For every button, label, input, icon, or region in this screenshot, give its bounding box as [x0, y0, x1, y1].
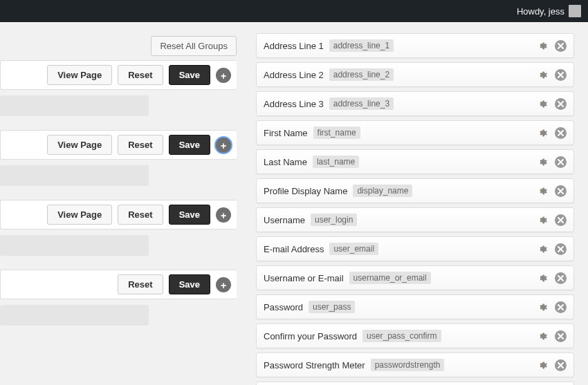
gear-icon[interactable]: [537, 127, 548, 138]
gear-icon[interactable]: [537, 243, 548, 254]
avatar[interactable]: [569, 5, 581, 17]
field-slug: user_login: [311, 214, 357, 226]
reset-button[interactable]: Reset: [118, 65, 163, 85]
content-placeholder: [0, 165, 149, 186]
field-slug: user_email: [329, 243, 378, 255]
field-label: E-mail Address: [264, 244, 324, 254]
field-label: Username: [264, 215, 305, 225]
add-button[interactable]: +: [216, 138, 231, 153]
gear-icon[interactable]: [537, 156, 548, 167]
save-button[interactable]: Save: [169, 135, 210, 155]
field-row[interactable]: Address Line 1address_line_1: [256, 33, 574, 58]
field-row[interactable]: Passworduser_pass: [256, 294, 574, 319]
field-slug: username_or_email: [349, 272, 431, 284]
field-label: First Name: [264, 128, 308, 138]
close-icon[interactable]: [555, 156, 567, 168]
field-label: Last Name: [264, 157, 307, 167]
gear-icon[interactable]: [537, 40, 548, 51]
group-toolbar: ResetSave+: [0, 270, 237, 299]
field-label: Profile Display Name: [264, 186, 347, 196]
gear-icon[interactable]: [537, 301, 548, 312]
close-icon[interactable]: [555, 330, 567, 342]
close-icon[interactable]: [555, 98, 567, 110]
field-row[interactable]: Country/Regioncountry: [256, 382, 574, 385]
page: Reset All Groups View PageResetSave+View…: [0, 22, 588, 385]
save-button[interactable]: Save: [169, 274, 210, 294]
field-slug: user_pass: [309, 301, 355, 313]
content-placeholder: [0, 305, 149, 326]
view-page-button[interactable]: View Page: [47, 205, 112, 225]
group-toolbar: View PageResetSave+: [0, 60, 237, 90]
close-icon[interactable]: [555, 243, 567, 255]
close-icon[interactable]: [555, 214, 567, 226]
reset-button[interactable]: Reset: [118, 205, 163, 225]
close-icon[interactable]: [555, 301, 567, 313]
field-row[interactable]: Address Line 2address_line_2: [256, 62, 574, 87]
save-button[interactable]: Save: [169, 65, 210, 85]
add-button[interactable]: +: [216, 207, 231, 223]
admin-topbar: Howdy, jess: [0, 0, 588, 22]
field-label: Username or E-mail: [264, 273, 344, 283]
view-page-button[interactable]: View Page: [47, 135, 112, 155]
howdy-link[interactable]: Howdy, jess: [517, 6, 564, 17]
group-toolbar: View PageResetSave+: [0, 130, 237, 160]
field-row[interactable]: Address Line 3address_line_3: [256, 91, 574, 116]
field-row[interactable]: Confirm your Passworduser_pass_confirm: [256, 323, 574, 348]
field-slug: passwordstrength: [371, 359, 445, 371]
save-button[interactable]: Save: [169, 205, 210, 225]
field-row[interactable]: Last Namelast_name: [256, 149, 574, 174]
gear-icon[interactable]: [537, 272, 548, 283]
gear-icon[interactable]: [537, 98, 548, 109]
field-label: Password Strength Meter: [264, 360, 365, 370]
gear-icon[interactable]: [537, 185, 548, 196]
close-icon[interactable]: [555, 127, 567, 139]
field-label: Address Line 1: [264, 41, 324, 51]
field-slug: address_line_3: [329, 97, 394, 110]
field-slug: last_name: [313, 156, 359, 168]
add-button[interactable]: +: [216, 277, 231, 292]
gear-icon[interactable]: [537, 69, 548, 80]
group-2: View PageResetSave+: [0, 200, 237, 256]
close-icon[interactable]: [555, 272, 567, 284]
field-label: Address Line 2: [264, 70, 324, 80]
gear-icon[interactable]: [537, 359, 548, 370]
content-placeholder: [0, 95, 149, 116]
gear-icon[interactable]: [537, 214, 548, 225]
field-row[interactable]: E-mail Addressuser_email: [256, 236, 574, 261]
fields-panel: Address Line 1address_line_1Address Line…: [242, 22, 588, 385]
group-3: ResetSave+: [0, 270, 237, 326]
reset-all-groups-button[interactable]: Reset All Groups: [151, 36, 237, 56]
field-label: Confirm your Password: [264, 331, 357, 341]
field-slug: user_pass_confirm: [362, 330, 441, 342]
close-icon[interactable]: [555, 185, 567, 197]
field-row[interactable]: Username or E-mailusername_or_email: [256, 265, 574, 290]
close-icon[interactable]: [555, 359, 567, 371]
group-toolbar: View PageResetSave+: [0, 200, 237, 229]
field-label: Password: [264, 302, 303, 312]
reset-button[interactable]: Reset: [118, 135, 163, 155]
field-label: Address Line 3: [264, 99, 324, 109]
close-icon[interactable]: [555, 69, 567, 81]
add-button[interactable]: +: [216, 68, 231, 83]
field-row[interactable]: Profile Display Namedisplay_name: [256, 178, 574, 203]
field-row[interactable]: Usernameuser_login: [256, 207, 574, 232]
field-row[interactable]: First Namefirst_name: [256, 120, 574, 145]
field-slug: display_name: [353, 185, 412, 197]
group-0: View PageResetSave+: [0, 60, 237, 116]
close-icon[interactable]: [555, 40, 567, 52]
reset-button[interactable]: Reset: [118, 274, 163, 294]
group-1: View PageResetSave+: [0, 130, 237, 186]
gear-icon[interactable]: [537, 330, 548, 341]
field-row[interactable]: Password Strength Meterpasswordstrength: [256, 353, 574, 377]
field-slug: first_name: [313, 126, 360, 139]
left-panel: Reset All Groups View PageResetSave+View…: [0, 22, 242, 385]
content-placeholder: [0, 235, 149, 256]
field-slug: address_line_1: [329, 39, 394, 52]
field-slug: address_line_2: [329, 68, 394, 81]
view-page-button[interactable]: View Page: [47, 65, 112, 85]
